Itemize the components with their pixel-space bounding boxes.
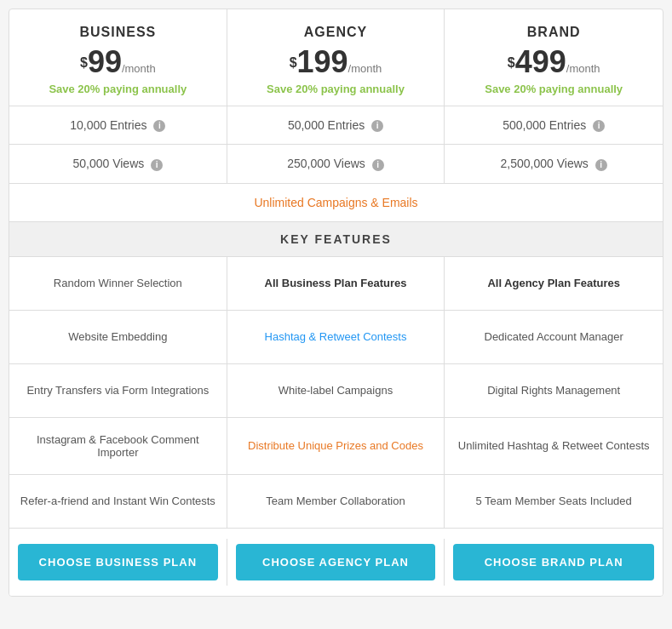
feature-row-2: Entry Transfers via Form IntegrationsWhi…: [9, 363, 663, 417]
plan-price-business: $99/month: [18, 47, 218, 77]
entries-info-agency[interactable]: i: [371, 120, 383, 132]
plan-header-row: BUSINESS $99/month Save 20% paying annua…: [9, 9, 663, 106]
feature-cell-1-1: Hashtag & Retweet Contests: [227, 311, 445, 363]
pricing-table: BUSINESS $99/month Save 20% paying annua…: [9, 9, 663, 597]
choose-brand-button[interactable]: CHOOSE BRAND PLAN: [453, 544, 654, 580]
dollar-agency: $: [290, 55, 297, 70]
features-container: Random Winner SelectionAll Business Plan…: [9, 256, 663, 528]
entries-info-brand[interactable]: i: [593, 120, 605, 132]
btn-cell-agency: CHOOSE AGENCY PLAN: [227, 539, 445, 586]
feature-cell-3-0: Instagram & Facebook Comment Importer: [9, 418, 227, 474]
feature-cell-3-2: Unlimited Hashtag & Retweet Contests: [445, 418, 663, 474]
dollar-business: $: [80, 55, 88, 70]
plan-header-business: BUSINESS $99/month Save 20% paying annua…: [9, 9, 227, 106]
feature-cell-2-0: Entry Transfers via Form Integrations: [9, 364, 227, 417]
feature-cell-4-0: Refer-a-friend and Instant Win Contests: [9, 475, 227, 528]
key-features-label: KEY FEATURES: [280, 232, 392, 246]
save-brand: Save 20% paying annually: [453, 83, 654, 95]
plan-name-brand: BRAND: [453, 25, 654, 40]
feature-row-4: Refer-a-friend and Instant Win ContestsT…: [9, 474, 663, 528]
feature-cell-0-1: All Business Plan Features: [227, 257, 445, 310]
feature-cell-4-2: 5 Team Member Seats Included: [445, 475, 663, 528]
views-business: 50,000 Views i: [9, 145, 227, 182]
views-info-agency[interactable]: i: [372, 159, 384, 171]
views-agency: 250,000 Views i: [227, 145, 445, 182]
feature-row-1: Website EmbeddingHashtag & Retweet Conte…: [9, 310, 663, 363]
entries-agency: 50,000 Entries i: [227, 106, 445, 144]
btn-cell-brand: CHOOSE BRAND PLAN: [445, 539, 663, 586]
plan-name-business: BUSINESS: [18, 25, 218, 40]
entries-info-business[interactable]: i: [153, 120, 165, 132]
feature-cell-0-0: Random Winner Selection: [9, 257, 227, 310]
views-info-business[interactable]: i: [151, 159, 163, 171]
entries-row: 10,000 Entries i50,000 Entries i500,000 …: [9, 106, 663, 144]
feature-cell-1-0: Website Embedding: [9, 311, 227, 363]
unlimited-row: Unlimited Campaigns & Emails: [9, 183, 663, 221]
views-brand: 2,500,000 Views i: [445, 145, 663, 182]
entries-brand: 500,000 Entries i: [445, 106, 663, 144]
feature-cell-2-1: White-label Campaigns: [227, 364, 445, 417]
key-features-header: KEY FEATURES: [9, 221, 663, 256]
feature-cell-0-2: All Agency Plan Features: [445, 257, 663, 310]
feature-cell-4-1: Team Member Collaboration: [227, 475, 445, 528]
feature-cell-1-2: Dedicated Account Manager: [445, 311, 663, 363]
unlimited-label: Unlimited Campaigns & Emails: [254, 196, 417, 209]
feature-row-3: Instagram & Facebook Comment ImporterDis…: [9, 417, 663, 474]
amount-business: 99: [88, 44, 122, 79]
plan-name-agency: AGENCY: [236, 25, 436, 40]
amount-brand: 499: [515, 44, 566, 79]
dollar-brand: $: [508, 55, 515, 70]
views-info-brand[interactable]: i: [595, 159, 607, 171]
plan-header-brand: BRAND $499/month Save 20% paying annuall…: [445, 9, 663, 106]
period-agency: /month: [348, 62, 382, 75]
choose-business-button[interactable]: CHOOSE BUSINESS PLAN: [18, 544, 218, 580]
plan-price-agency: $199/month: [236, 47, 436, 77]
feature-row-0: Random Winner SelectionAll Business Plan…: [9, 256, 663, 310]
btn-cell-business: CHOOSE BUSINESS PLAN: [9, 539, 227, 586]
save-business: Save 20% paying annually: [18, 83, 218, 95]
save-agency: Save 20% paying annually: [236, 83, 436, 95]
plan-header-agency: AGENCY $199/month Save 20% paying annual…: [227, 9, 445, 106]
amount-agency: 199: [297, 44, 348, 79]
views-row: 50,000 Views i250,000 Views i2,500,000 V…: [9, 144, 663, 182]
btn-row: CHOOSE BUSINESS PLANCHOOSE AGENCY PLANCH…: [9, 528, 663, 596]
entries-business: 10,000 Entries i: [9, 106, 227, 144]
feature-cell-3-1: Distribute Unique Prizes and Codes: [227, 418, 445, 474]
plan-price-brand: $499/month: [453, 47, 654, 77]
feature-cell-2-2: Digital Rights Management: [445, 364, 663, 417]
period-brand: /month: [566, 62, 600, 75]
choose-agency-button[interactable]: CHOOSE AGENCY PLAN: [236, 544, 436, 580]
period-business: /month: [122, 62, 156, 75]
